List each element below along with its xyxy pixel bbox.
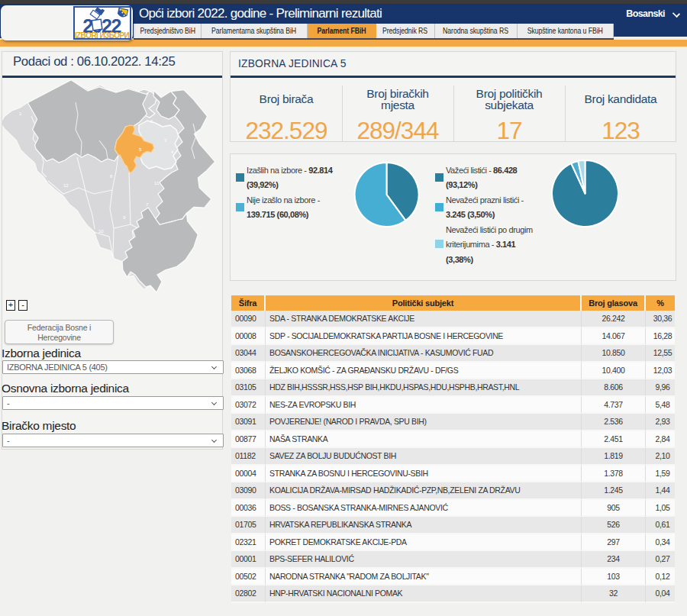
svg-text:10: 10: [98, 229, 104, 234]
svg-text:IZBORI ИЗБОРИ: IZBORI ИЗБОРИ: [75, 31, 129, 39]
svg-text:12: 12: [63, 183, 69, 188]
svg-text:11: 11: [154, 181, 160, 185]
